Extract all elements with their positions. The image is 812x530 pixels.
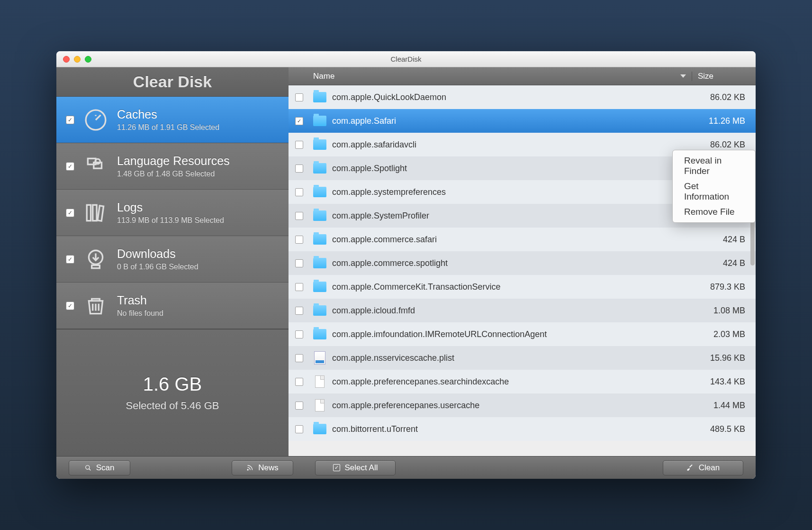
footer-toolbar: ScanNews✓Select AllClean <box>56 456 756 479</box>
row-checkbox[interactable] <box>295 402 303 410</box>
row-filename: com.apple.Spotlight <box>330 164 692 174</box>
category-subtitle: 11.26 MB of 1.91 GB Selected <box>117 123 219 132</box>
svg-line-10 <box>89 468 90 470</box>
select-all-button[interactable]: ✓Select All <box>315 460 396 475</box>
row-icon-cell <box>309 139 330 150</box>
content-area: Clear Disk ✓Caches11.26 MB of 1.91 GB Se… <box>56 67 756 456</box>
summary-selected-size: 1.6 GB <box>143 374 202 395</box>
clean-button[interactable]: Clean <box>663 460 743 475</box>
category-title: Downloads <box>117 247 198 261</box>
folder-icon <box>313 163 326 174</box>
category-subtitle: No files found <box>117 309 163 318</box>
column-size[interactable]: Size <box>692 72 756 81</box>
sidebar-category[interactable]: ✓Caches11.26 MB of 1.91 GB Selected <box>56 97 289 143</box>
row-checkbox-cell <box>289 236 309 244</box>
file-row[interactable]: com.apple.commerce.spotlight424 B <box>289 251 756 275</box>
row-filename: com.apple.icloud.fmfd <box>330 306 692 316</box>
row-checkbox-cell <box>289 188 309 196</box>
row-checkbox-cell <box>289 141 309 149</box>
file-row[interactable]: ✓com.apple.Safari11.26 MB <box>289 109 756 133</box>
row-checkbox[interactable] <box>295 164 303 173</box>
clean-button-label: Clean <box>699 463 720 473</box>
file-list[interactable]: com.apple.QuickLookDaemon86.02 KB✓com.ap… <box>289 85 756 456</box>
trash-icon <box>83 293 108 319</box>
category-subtitle: 113.9 MB of 113.9 MB Selected <box>117 216 224 225</box>
file-row[interactable]: com.apple.nsservicescache.plist15.96 KB <box>289 346 756 370</box>
file-row[interactable]: com.apple.CommerceKit.TransactionService… <box>289 275 756 299</box>
row-icon-cell <box>309 305 330 316</box>
column-name[interactable]: Name <box>309 72 692 81</box>
sidebar-category[interactable]: ✓Language Resources1.48 GB of 1.48 GB Se… <box>56 143 289 190</box>
row-checkbox[interactable] <box>295 212 303 220</box>
rss-icon <box>246 464 253 471</box>
column-size-label: Size <box>698 72 713 81</box>
row-icon-cell <box>309 424 330 434</box>
sidebar-category[interactable]: ✓Downloads0 B of 1.96 GB Selected <box>56 236 289 283</box>
category-text: Language Resources1.48 GB of 1.48 GB Sel… <box>117 154 230 178</box>
row-checkbox[interactable] <box>295 259 303 267</box>
svg-point-11 <box>247 469 248 470</box>
plist-icon <box>314 351 325 365</box>
category-checkbox[interactable]: ✓ <box>66 302 74 310</box>
row-checkbox-cell <box>289 425 309 433</box>
row-icon-cell <box>309 282 330 292</box>
folder-icon <box>313 329 326 339</box>
category-checkbox[interactable]: ✓ <box>66 162 74 171</box>
file-row[interactable]: com.apple.preferencepanes.searchindexcac… <box>289 370 756 393</box>
row-checkbox[interactable] <box>295 236 303 244</box>
file-icon <box>315 375 325 388</box>
row-size: 143.4 KB <box>692 377 756 387</box>
row-checkbox[interactable] <box>295 188 303 196</box>
folder-icon <box>313 92 326 102</box>
row-filename: com.apple.CommerceKit.TransactionService <box>330 282 692 292</box>
file-row[interactable]: com.apple.commerce.safari424 B <box>289 228 756 251</box>
row-checkbox[interactable] <box>295 93 303 101</box>
sidebar-category[interactable]: ✓TrashNo files found <box>56 283 289 329</box>
context-menu: Reveal in FinderGet InformationRemove Fi… <box>672 150 756 223</box>
row-icon-cell <box>309 375 330 388</box>
books-icon <box>83 200 108 226</box>
category-checkbox[interactable]: ✓ <box>66 255 74 264</box>
row-checkbox-cell <box>289 378 309 386</box>
category-text: Caches11.26 MB of 1.91 GB Selected <box>117 108 219 132</box>
category-title: Trash <box>117 293 163 307</box>
news-button[interactable]: News <box>232 460 293 475</box>
row-size: 879.3 KB <box>692 282 756 292</box>
row-checkbox[interactable]: ✓ <box>295 117 303 125</box>
svg-rect-6 <box>98 205 104 220</box>
row-checkbox[interactable] <box>295 425 303 433</box>
row-filename: com.apple.systempreferences <box>330 187 692 197</box>
file-row[interactable]: com.apple.preferencepanes.usercache1.44 … <box>289 393 756 417</box>
row-checkbox[interactable] <box>295 378 303 386</box>
row-filename: com.apple.QuickLookDaemon <box>330 92 692 102</box>
window-title: ClearDisk <box>56 55 756 63</box>
context-menu-item[interactable]: Reveal in Finder <box>673 153 755 179</box>
sidebar-category[interactable]: ✓Logs113.9 MB of 113.9 MB Selected <box>56 190 289 236</box>
row-checkbox[interactable] <box>295 283 303 291</box>
row-checkbox-cell <box>289 164 309 173</box>
file-row[interactable]: com.apple.icloud.fmfd1.08 MB <box>289 299 756 322</box>
row-icon-cell <box>309 187 330 197</box>
file-row[interactable]: com.bittorrent.uTorrent489.5 KB <box>289 417 756 441</box>
scrollbar-track[interactable] <box>750 85 755 456</box>
row-checkbox[interactable] <box>295 141 303 149</box>
row-checkbox-cell: ✓ <box>289 117 309 125</box>
download-icon <box>83 247 108 272</box>
category-checkbox[interactable]: ✓ <box>66 209 74 217</box>
category-checkbox[interactable]: ✓ <box>66 116 74 124</box>
row-filename: com.apple.safaridavcli <box>330 140 692 150</box>
folder-icon <box>313 210 326 221</box>
context-menu-item[interactable]: Remove File <box>673 204 755 219</box>
row-size: 15.96 KB <box>692 353 756 363</box>
row-checkbox[interactable] <box>295 307 303 315</box>
row-checkbox[interactable] <box>295 330 303 338</box>
folder-icon <box>313 424 326 434</box>
file-row[interactable]: com.apple.imfoundation.IMRemoteURLConnec… <box>289 322 756 346</box>
row-checkbox[interactable] <box>295 354 303 362</box>
row-checkbox-cell <box>289 283 309 291</box>
context-menu-item[interactable]: Get Information <box>673 179 755 204</box>
file-row[interactable]: com.apple.QuickLookDaemon86.02 KB <box>289 85 756 109</box>
row-filename: com.apple.preferencepanes.usercache <box>330 401 692 411</box>
row-checkbox-cell <box>289 330 309 338</box>
scan-button[interactable]: Scan <box>69 460 130 475</box>
